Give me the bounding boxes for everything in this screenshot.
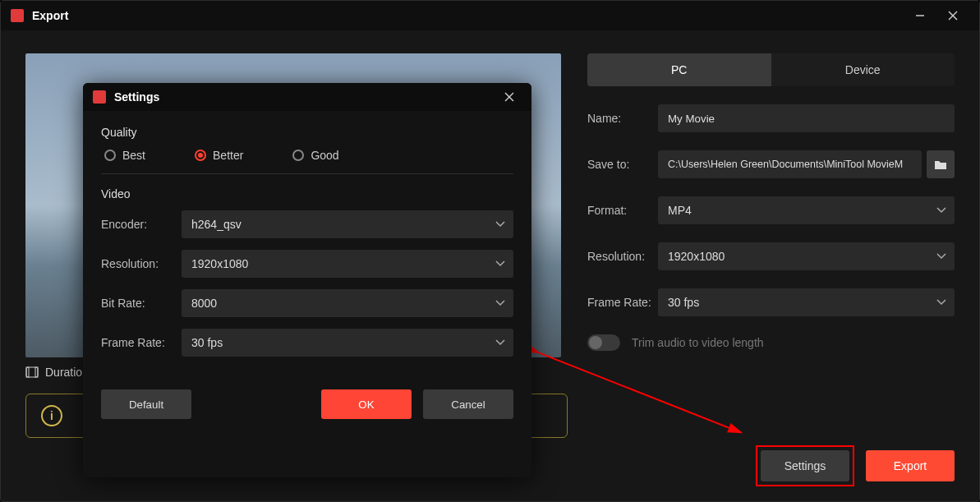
svg-rect-3 bbox=[26, 367, 38, 377]
footer-buttons: Settings Export bbox=[756, 445, 955, 486]
quality-radios: Best Better Good bbox=[101, 149, 513, 162]
annotation-highlight: Settings bbox=[756, 445, 854, 486]
quality-heading: Quality bbox=[101, 126, 513, 139]
framerate-select[interactable]: 30 fps bbox=[658, 288, 955, 316]
ok-button[interactable]: OK bbox=[321, 389, 412, 419]
row-modal-framerate: Frame Rate: 30 fps bbox=[101, 329, 513, 357]
row-framerate: Frame Rate: 30 fps bbox=[587, 288, 955, 316]
app-icon bbox=[93, 90, 106, 104]
format-select[interactable]: MP4 bbox=[658, 196, 955, 224]
video-heading: Video bbox=[101, 187, 513, 200]
row-bitrate: Bit Rate: 8000 bbox=[101, 289, 513, 317]
default-button[interactable]: Default bbox=[101, 389, 191, 419]
minimize-button[interactable] bbox=[904, 3, 936, 28]
modal-titlebar: Settings bbox=[83, 83, 531, 111]
duration-label: Duration bbox=[45, 366, 89, 379]
settings-modal: Settings Quality Best Better Good Video … bbox=[83, 83, 531, 477]
saveto-input[interactable] bbox=[658, 150, 922, 178]
tab-device[interactable]: Device bbox=[771, 53, 955, 86]
tab-pc[interactable]: PC bbox=[587, 53, 771, 86]
encoder-select[interactable]: h264_qsv bbox=[182, 210, 513, 238]
svg-rect-5 bbox=[35, 367, 38, 377]
resolution-value: 1920x1080 bbox=[668, 250, 725, 263]
chevron-down-icon bbox=[936, 299, 946, 306]
resolution-label: Resolution: bbox=[587, 250, 658, 263]
resolution-select[interactable]: 1920x1080 bbox=[658, 242, 955, 270]
format-label: Format: bbox=[587, 204, 658, 217]
modal-framerate-label: Frame Rate: bbox=[101, 336, 182, 349]
svg-rect-4 bbox=[26, 367, 29, 377]
radio-better[interactable]: Better bbox=[195, 149, 243, 162]
modal-resolution-select[interactable]: 1920x1080 bbox=[182, 250, 513, 278]
row-modal-resolution: Resolution: 1920x1080 bbox=[101, 250, 513, 278]
modal-framerate-value: 30 fps bbox=[191, 336, 223, 349]
encoder-value: h264_qsv bbox=[191, 218, 242, 231]
app-icon bbox=[11, 9, 24, 22]
row-name: Name: bbox=[587, 104, 955, 132]
saveto-label: Save to: bbox=[587, 158, 658, 171]
info-icon: i bbox=[41, 405, 62, 426]
close-icon bbox=[504, 92, 514, 102]
modal-title: Settings bbox=[114, 90, 497, 104]
right-column: PC Device Name: Save to: Format: MP4 bbox=[587, 50, 955, 481]
divider bbox=[101, 173, 513, 174]
modal-body: Quality Best Better Good Video Encoder: … bbox=[83, 111, 531, 380]
chevron-down-icon bbox=[495, 260, 505, 267]
cancel-button[interactable]: Cancel bbox=[423, 389, 513, 419]
row-encoder: Encoder: h264_qsv bbox=[101, 210, 513, 238]
window-title: Export bbox=[32, 9, 904, 22]
titlebar: Export bbox=[1, 1, 979, 30]
row-saveto: Save to: bbox=[587, 150, 955, 178]
bitrate-label: Bit Rate: bbox=[101, 297, 182, 310]
encoder-label: Encoder: bbox=[101, 218, 182, 231]
framerate-label: Frame Rate: bbox=[587, 296, 658, 309]
radio-best[interactable]: Best bbox=[104, 149, 145, 162]
chevron-down-icon bbox=[936, 207, 946, 214]
output-tabs: PC Device bbox=[587, 53, 955, 86]
row-format: Format: MP4 bbox=[587, 196, 955, 224]
trim-toggle[interactable] bbox=[587, 334, 620, 351]
bitrate-select[interactable]: 8000 bbox=[182, 289, 513, 317]
export-button[interactable]: Export bbox=[866, 450, 955, 481]
modal-close-button[interactable] bbox=[497, 85, 522, 109]
browse-button[interactable] bbox=[927, 150, 955, 178]
folder-icon bbox=[934, 159, 947, 170]
bitrate-value: 8000 bbox=[191, 297, 217, 310]
row-resolution: Resolution: 1920x1080 bbox=[587, 242, 955, 270]
export-window: Export Duration i PC Device Name: bbox=[0, 0, 980, 502]
name-input[interactable] bbox=[658, 104, 955, 132]
row-trim: Trim audio to video length bbox=[587, 334, 955, 351]
chevron-down-icon bbox=[495, 300, 505, 306]
minimize-icon bbox=[915, 11, 925, 21]
chevron-down-icon bbox=[936, 253, 946, 260]
close-button[interactable] bbox=[936, 3, 969, 28]
close-icon bbox=[948, 11, 958, 21]
modal-framerate-select[interactable]: 30 fps bbox=[182, 329, 513, 357]
modal-footer: Default OK Cancel bbox=[83, 380, 531, 419]
framerate-value: 30 fps bbox=[668, 296, 699, 309]
radio-icon bbox=[104, 150, 116, 161]
format-value: MP4 bbox=[668, 204, 692, 217]
radio-icon bbox=[292, 150, 304, 161]
settings-button[interactable]: Settings bbox=[761, 450, 849, 481]
modal-resolution-label: Resolution: bbox=[101, 257, 182, 270]
chevron-down-icon bbox=[495, 221, 505, 228]
trim-label: Trim audio to video length bbox=[632, 336, 764, 349]
name-label: Name: bbox=[587, 112, 658, 125]
film-icon bbox=[25, 366, 39, 378]
radio-good[interactable]: Good bbox=[292, 149, 338, 162]
modal-resolution-value: 1920x1080 bbox=[191, 257, 248, 270]
chevron-down-icon bbox=[495, 339, 505, 346]
radio-icon bbox=[195, 150, 206, 161]
